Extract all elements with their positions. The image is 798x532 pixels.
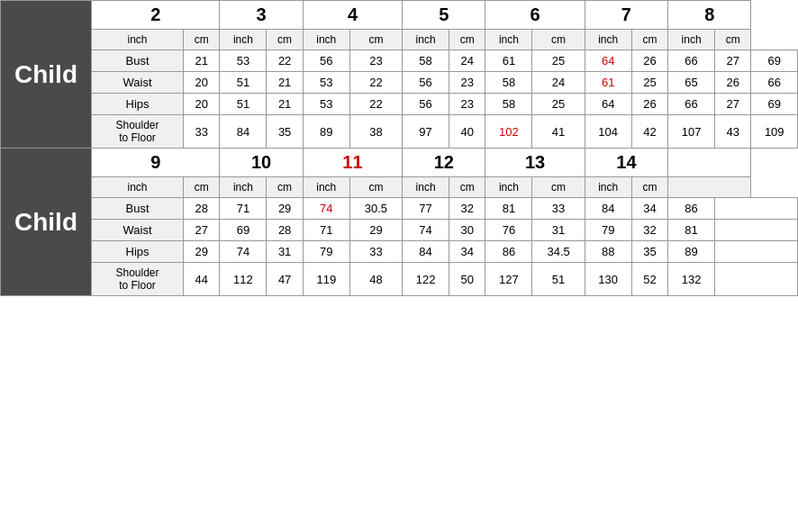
unit-cm: cm xyxy=(449,30,485,50)
table-row: 24 xyxy=(449,50,485,72)
table-row: 89 xyxy=(668,241,715,263)
size-3: 3 xyxy=(220,1,303,30)
size-8: 8 xyxy=(668,1,751,30)
size-9: 9 xyxy=(92,149,220,177)
table-row: 107 xyxy=(668,115,715,149)
table-row: 27 xyxy=(715,50,751,72)
unit-inch: inch xyxy=(485,30,532,50)
table-row: 50 xyxy=(449,263,485,296)
table-row: 30 xyxy=(449,220,485,241)
bust-label-1: Bust xyxy=(92,50,184,72)
table-row: 38 xyxy=(349,115,402,149)
table-row: 74 xyxy=(220,241,267,263)
unit-cm: cm xyxy=(184,177,220,198)
unit-inch: inch xyxy=(303,177,349,198)
table-row: 66 xyxy=(751,72,798,94)
unit-inch: inch xyxy=(92,30,184,50)
table-row: 35 xyxy=(631,241,667,263)
table-row: 84 xyxy=(220,115,267,149)
size-2: 2 xyxy=(92,1,220,30)
table-row: 64 xyxy=(585,50,631,72)
table-row: 27 xyxy=(184,220,220,241)
unit-cm: cm xyxy=(449,177,485,198)
table-row: 28 xyxy=(267,220,303,241)
table-row: 22 xyxy=(267,50,303,72)
table-row: 58 xyxy=(403,50,449,72)
table-row: 34.5 xyxy=(532,241,585,263)
unit-cm: cm xyxy=(715,30,751,50)
table-row: 79 xyxy=(585,220,631,241)
unit-inch: inch xyxy=(403,177,449,198)
child-header-2: Child xyxy=(1,149,92,296)
table-row: 29 xyxy=(267,198,303,220)
unit-inch: inch xyxy=(303,30,349,50)
unit-inch: inch xyxy=(585,30,631,50)
table-row: 89 xyxy=(303,115,349,149)
size-4: 4 xyxy=(303,1,402,30)
waist-label-2: Waist xyxy=(92,220,184,241)
table-row: 84 xyxy=(585,198,631,220)
table-row: 33 xyxy=(532,198,585,220)
size-6: 6 xyxy=(485,1,585,30)
table-row: 20 xyxy=(184,72,220,94)
table-row: 61 xyxy=(485,50,532,72)
waist-label-1: Waist xyxy=(92,72,184,94)
table-row: 26 xyxy=(631,94,667,115)
table-row: 74 xyxy=(403,220,449,241)
hips-label-1: Hips xyxy=(92,94,184,115)
table-row: 51 xyxy=(220,94,267,115)
table-row: 81 xyxy=(485,198,532,220)
unit-cm: cm xyxy=(349,177,402,198)
table-row: 86 xyxy=(668,198,715,220)
table-row: 44 xyxy=(184,263,220,296)
table-row: 71 xyxy=(303,220,349,241)
table-row: 122 xyxy=(403,263,449,296)
table-row: 30.5 xyxy=(349,198,402,220)
size-12: 12 xyxy=(403,149,485,177)
table-row: 66 xyxy=(668,50,715,72)
table-row: 77 xyxy=(403,198,449,220)
table-row: 112 xyxy=(220,263,267,296)
table-row: 132 xyxy=(668,263,715,296)
table-row: 21 xyxy=(184,50,220,72)
table-row: 86 xyxy=(485,241,532,263)
table-row: 127 xyxy=(485,263,532,296)
table-row: 32 xyxy=(449,198,485,220)
size-14: 14 xyxy=(585,149,667,177)
table-row: 58 xyxy=(485,94,532,115)
table-row: 33 xyxy=(184,115,220,149)
table-row: 29 xyxy=(184,241,220,263)
table-row: 88 xyxy=(585,241,631,263)
table-row: 48 xyxy=(349,263,402,296)
table-row: 28 xyxy=(184,198,220,220)
table-row: 53 xyxy=(303,94,349,115)
table-row: 34 xyxy=(631,198,667,220)
unit-inch: inch xyxy=(668,30,715,50)
table-row: 56 xyxy=(403,94,449,115)
hips-label-2: Hips xyxy=(92,241,184,263)
child-header-1: Child xyxy=(1,1,92,149)
shoulder-label-2: Shoulderto Floor xyxy=(92,263,184,296)
table-row: 69 xyxy=(751,94,798,115)
table-row: 130 xyxy=(585,263,631,296)
table-row: 69 xyxy=(751,50,798,72)
shoulder-label-1: Shoulderto Floor xyxy=(92,115,184,149)
table-row: 33 xyxy=(349,241,402,263)
unit-inch: inch xyxy=(220,177,267,198)
table-row: 102 xyxy=(485,115,532,149)
table-row: 51 xyxy=(532,263,585,296)
unit-inch: inch xyxy=(485,177,532,198)
unit-cm: cm xyxy=(532,177,585,198)
table-row: 31 xyxy=(267,241,303,263)
unit-inch: inch xyxy=(403,30,449,50)
unit-cm: cm xyxy=(349,30,402,50)
table-row: 79 xyxy=(303,241,349,263)
table-row: 76 xyxy=(485,220,532,241)
table-row: 53 xyxy=(303,72,349,94)
table-row: 32 xyxy=(631,220,667,241)
table-row: 97 xyxy=(403,115,449,149)
table-row: 43 xyxy=(715,115,751,149)
size-5: 5 xyxy=(403,1,485,30)
table-row: 58 xyxy=(485,72,532,94)
table-row: 26 xyxy=(631,50,667,72)
